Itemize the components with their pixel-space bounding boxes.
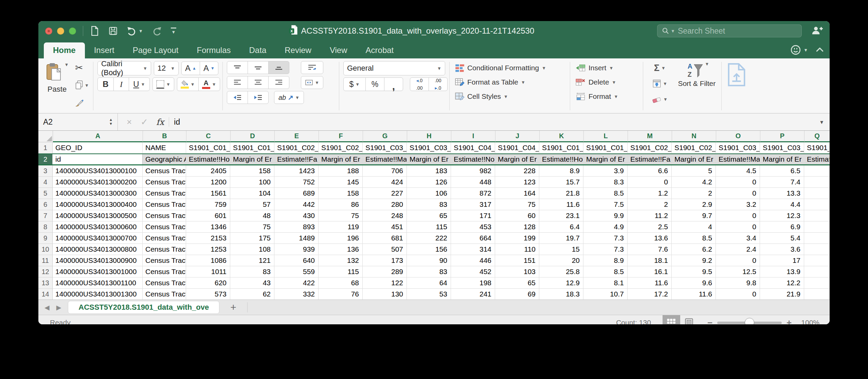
column-header-O[interactable]: O <box>716 131 760 142</box>
row-header-9[interactable]: 9 <box>38 233 53 244</box>
cell-G13[interactable]: 122 <box>363 277 407 289</box>
cell-D1[interactable]: S1901_C01_( <box>230 142 274 154</box>
column-header-Q[interactable]: Q <box>804 131 830 142</box>
search-sheet-input[interactable]: ▼ Search Sheet <box>657 24 802 37</box>
cell-N6[interactable]: 2.9 <box>672 199 716 210</box>
bold-button[interactable]: B <box>97 77 114 91</box>
cell-M1[interactable]: S1901_C02_( <box>628 142 672 154</box>
cell-D6[interactable]: 57 <box>230 199 274 210</box>
cell-K11[interactable]: 20 <box>539 255 583 266</box>
decrease-indent-button[interactable] <box>227 91 248 104</box>
cell-E6[interactable]: 442 <box>274 199 319 210</box>
cell-N11[interactable]: 9.2 <box>672 255 716 266</box>
cell-F3[interactable]: 188 <box>319 165 363 177</box>
cell-F6[interactable]: 86 <box>319 199 363 210</box>
cell-L8[interactable]: 4.9 <box>583 221 628 233</box>
cell-D4[interactable]: 100 <box>230 177 274 188</box>
percent-button[interactable]: % <box>365 77 384 91</box>
cell-C10[interactable]: 1253 <box>186 244 230 255</box>
cut-button[interactable]: ✂ <box>75 62 89 73</box>
cell-H9[interactable]: 222 <box>407 233 451 244</box>
cell-D10[interactable]: 108 <box>230 244 274 255</box>
cell-B14[interactable]: Census Tract <box>143 289 186 300</box>
cell-D13[interactable]: 43 <box>230 277 274 289</box>
cell-G3[interactable]: 706 <box>363 165 407 177</box>
row-header-12[interactable]: 12 <box>38 266 53 277</box>
cell-C7[interactable]: 601 <box>186 210 230 221</box>
font-family-select[interactable]: Calibri (Body)▼ <box>97 61 151 75</box>
cell-H11[interactable]: 90 <box>407 255 451 266</box>
cell-I3[interactable]: 982 <box>451 165 495 177</box>
cell-C14[interactable]: 573 <box>186 289 230 300</box>
cell-J13[interactable]: 65 <box>495 277 539 289</box>
cell-G11[interactable]: 173 <box>363 255 407 266</box>
column-header-G[interactable]: G <box>363 131 407 142</box>
cell-E5[interactable]: 689 <box>274 188 319 199</box>
next-sheet-icon[interactable]: ▶ <box>56 304 61 311</box>
cell-J2[interactable]: Margin of Er <box>495 154 539 164</box>
wrap-text-button[interactable] <box>301 61 323 74</box>
column-header-C[interactable]: C <box>186 131 231 142</box>
cell-J3[interactable]: 228 <box>495 165 539 177</box>
cell-I1[interactable]: S1901_C04_( <box>451 142 495 154</box>
fill-color-button[interactable]: ▼ <box>177 77 199 91</box>
cell-I5[interactable]: 872 <box>451 188 495 199</box>
cell-I9[interactable]: 664 <box>451 233 495 244</box>
enter-icon[interactable]: ✓ <box>141 117 148 127</box>
cell-N8[interactable]: 4 <box>672 221 716 233</box>
cell-C9[interactable]: 2153 <box>186 233 230 244</box>
cell-N12[interactable]: 9.5 <box>672 266 716 277</box>
cell-N5[interactable]: 2 <box>672 188 716 199</box>
copy-button[interactable]: ▼ <box>75 80 89 91</box>
align-right-button[interactable] <box>268 76 289 89</box>
align-center-button[interactable] <box>248 76 269 89</box>
cell-G14[interactable]: 130 <box>363 289 407 300</box>
cell-L3[interactable]: 3.9 <box>583 165 628 177</box>
cell-Q5[interactable] <box>804 188 830 199</box>
cell-H13[interactable]: 64 <box>407 277 451 289</box>
cell-Q9[interactable] <box>804 233 830 244</box>
cell-Q13[interactable] <box>804 277 830 289</box>
formula-bar-expand-icon[interactable]: ▼ <box>814 119 830 125</box>
cell-F10[interactable]: 136 <box>319 244 363 255</box>
select-all-corner[interactable] <box>38 131 53 142</box>
cell-J9[interactable]: 199 <box>495 233 539 244</box>
cell-O11[interactable]: 0 <box>716 255 760 266</box>
cell-O10[interactable]: 2.4 <box>716 244 760 255</box>
comma-style-button[interactable]: , <box>384 77 403 91</box>
zoom-slider[interactable] <box>717 322 782 324</box>
row-header-13[interactable]: 13 <box>38 277 53 289</box>
cell-H8[interactable]: 115 <box>407 221 451 233</box>
name-box[interactable]: A2 ▲▼ <box>38 113 118 130</box>
row-header-10[interactable]: 10 <box>38 244 53 255</box>
paste-button[interactable]: ▼ Paste <box>42 61 72 111</box>
export-share-button[interactable] <box>726 62 747 88</box>
cell-I11[interactable]: 446 <box>451 255 495 266</box>
cell-L1[interactable]: S1901_C01_( <box>583 142 628 154</box>
cell-D7[interactable]: 48 <box>230 210 274 221</box>
cell-D3[interactable]: 158 <box>230 165 274 177</box>
tab-formulas[interactable]: Formulas <box>188 42 240 58</box>
cell-M5[interactable]: 1.2 <box>628 188 672 199</box>
cell-Q14[interactable] <box>804 289 830 300</box>
cell-B1[interactable]: NAME <box>143 142 186 154</box>
cell-N10[interactable]: 6.2 <box>672 244 716 255</box>
cell-O13[interactable]: 9.8 <box>716 277 760 289</box>
cell-E3[interactable]: 1423 <box>274 165 319 177</box>
cell-G6[interactable]: 280 <box>363 199 407 210</box>
column-header-A[interactable]: A <box>53 131 143 142</box>
cell-J6[interactable]: 75 <box>495 199 539 210</box>
cell-G12[interactable]: 289 <box>363 266 407 277</box>
align-bottom-button[interactable] <box>268 61 289 74</box>
cell-K10[interactable]: 15 <box>539 244 583 255</box>
fullscreen-button[interactable] <box>69 28 76 35</box>
orientation-button[interactable]: ab ↗ ▼ <box>274 91 304 104</box>
column-header-K[interactable]: K <box>540 131 584 142</box>
cell-P5[interactable]: 13.3 <box>760 188 804 199</box>
cell-A9[interactable]: 1400000US34013000700 <box>53 233 143 244</box>
cell-J12[interactable]: 103 <box>495 266 539 277</box>
cell-K7[interactable]: 23.1 <box>539 210 583 221</box>
row-header-6[interactable]: 6 <box>38 199 53 210</box>
cell-P7[interactable]: 12.3 <box>760 210 804 221</box>
column-header-N[interactable]: N <box>672 131 716 142</box>
